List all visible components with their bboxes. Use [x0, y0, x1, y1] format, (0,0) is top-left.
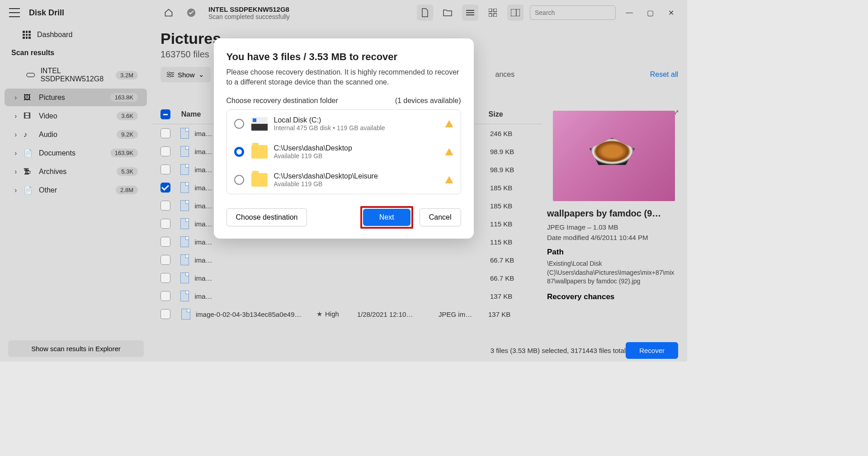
modal-subtitle-left: Choose recovery destination folder — [226, 97, 338, 105]
radio-button[interactable] — [234, 119, 244, 129]
recovery-destination-modal: You have 3 files / 3.53 MB to recover Pl… — [214, 38, 474, 239]
dest-detail: Internal 475 GB disk • 119 GB available — [274, 124, 445, 132]
choose-destination-button[interactable]: Choose destination — [226, 208, 307, 226]
warning-icon — [445, 176, 453, 183]
warning-icon — [445, 148, 453, 155]
dest-name: C:\Users\dasha\Desktop\Leisure — [274, 172, 445, 180]
modal-subtitle-right: (1 devices available) — [395, 97, 461, 105]
dest-detail: Available 119 GB — [274, 180, 445, 188]
destination-option[interactable]: C:\Users\dasha\Desktop\Leisure Available… — [227, 166, 461, 194]
folder-icon — [251, 173, 268, 187]
destination-option[interactable]: C:\Users\dasha\Desktop Available 119 GB — [227, 138, 461, 166]
dest-name: Local Disk (C:) — [274, 116, 445, 124]
destination-list: Local Disk (C:) Internal 475 GB disk • 1… — [226, 109, 461, 194]
radio-button[interactable] — [234, 147, 244, 157]
dest-name: C:\Users\dasha\Desktop — [274, 144, 445, 152]
modal-footer: Choose destination Next Cancel — [226, 206, 461, 229]
cancel-button[interactable]: Cancel — [420, 208, 461, 226]
folder-icon — [251, 145, 268, 159]
next-button[interactable]: Next — [363, 209, 410, 226]
next-highlight: Next — [360, 206, 413, 229]
radio-button[interactable] — [234, 175, 244, 185]
modal-description: Please choose recovery destination. It i… — [226, 67, 461, 88]
destination-option[interactable]: Local Disk (C:) Internal 475 GB disk • 1… — [227, 110, 461, 138]
modal-backdrop: You have 3 files / 3.53 MB to recover Pl… — [0, 0, 687, 362]
disk-icon — [251, 117, 268, 131]
dest-detail: Available 119 GB — [274, 152, 445, 160]
modal-title: You have 3 files / 3.53 MB to recover — [226, 51, 461, 63]
warning-icon — [445, 120, 453, 127]
